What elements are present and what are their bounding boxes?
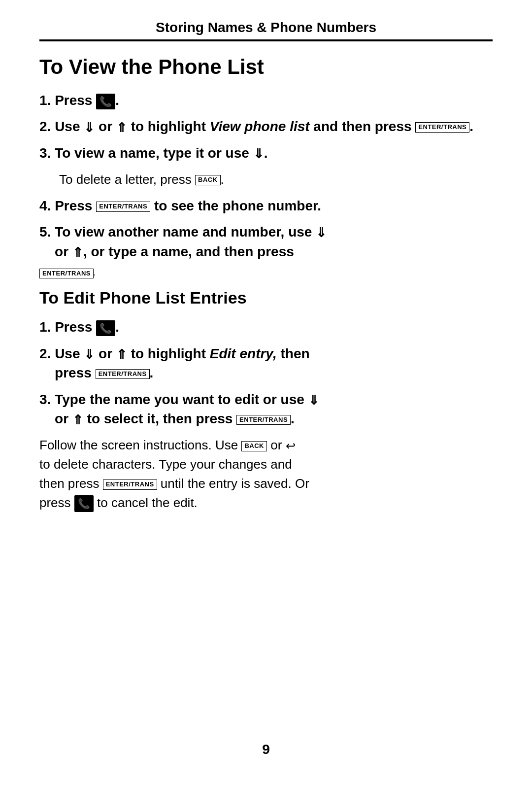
highlight-text-2: View phone list — [210, 119, 310, 134]
step-5-text: To view another name and number, use ⇓ o… — [39, 224, 327, 259]
arrow-down-e3: ⇓ — [308, 391, 319, 409]
step-1-text: Press 📞. — [55, 93, 119, 108]
enter-trans-key-note: ENTER/TRANS — [103, 479, 157, 490]
enter-trans-key-e3: ENTER/TRANS — [236, 415, 291, 425]
step-4-text: Press ENTER/TRANS to see the phone numbe… — [55, 198, 321, 213]
step-3-num: 3. — [39, 145, 55, 161]
back-key-3: BACK — [195, 175, 221, 185]
arrow-down-e2: ⇓ — [84, 345, 95, 363]
step-2-num: 2. — [39, 119, 55, 134]
edit-step-1-num: 1. — [39, 319, 55, 335]
step-4: 4. Press ENTER/TRANS to see the phone nu… — [39, 196, 493, 215]
arrow-up-e2: ⇑ — [116, 345, 127, 363]
header-rule — [39, 39, 493, 41]
section1-title: To View the Phone List — [39, 55, 493, 79]
edit-step-1-text: Press 📞. — [55, 319, 119, 335]
back-key-note: BACK — [241, 441, 267, 451]
step-2-text: Use ⇓ or ⇑ to highlight View phone list … — [55, 119, 473, 134]
enter-trans-key-4: ENTER/TRANS — [96, 202, 150, 212]
follow-note: Follow the screen instructions. Use BACK… — [39, 436, 493, 513]
arrow-up-2a: ⇑ — [116, 119, 127, 137]
step-4-num: 4. — [39, 198, 55, 213]
step-2: 2. Use ⇓ or ⇑ to highlight View phone li… — [39, 117, 493, 137]
section2-steps: 1. Press 📞. 2. Use ⇓ or ⇑ to highlight E… — [39, 317, 493, 429]
arrow-down-3: ⇓ — [253, 145, 264, 163]
section1-steps-cont: 4. Press ENTER/TRANS to see the phone nu… — [39, 196, 493, 262]
step-1-num: 1. — [39, 93, 55, 108]
back-arrow-icon: ↩ — [286, 437, 296, 455]
phone-key-icon-note: 📞 — [74, 495, 94, 512]
arrow-up-e3: ⇑ — [72, 411, 83, 429]
edit-step-2-num: 2. — [39, 346, 55, 361]
arrow-up-5: ⇑ — [72, 243, 83, 261]
arrow-down-5: ⇓ — [316, 224, 327, 241]
phone-key-icon-1: 📞 — [96, 94, 115, 109]
step-5-num: 5. — [39, 224, 55, 240]
header-title: Storing Names & Phone Numbers — [156, 20, 376, 35]
highlight-text-e2: Edit entry, — [210, 346, 277, 361]
page-header: Storing Names & Phone Numbers — [39, 20, 493, 35]
edit-step-3-num: 3. — [39, 392, 55, 407]
step-5-key-line: ENTER/TRANS. — [39, 269, 493, 279]
enter-trans-key-2: ENTER/TRANS — [415, 122, 469, 133]
step-5: 5. To view another name and number, use … — [39, 222, 493, 262]
page-number: 9 — [39, 722, 493, 757]
edit-step-1: 1. Press 📞. — [39, 317, 493, 337]
section1-steps: 1. Press 📞. 2. Use ⇓ or ⇑ to highlight V… — [39, 91, 493, 163]
edit-step-3-text: Type the name you want to edit or use ⇓ … — [39, 392, 319, 427]
edit-step-3: 3. Type the name you want to edit or use… — [39, 390, 493, 429]
step-3-text: To view a name, type it or use ⇓. — [55, 145, 267, 161]
main-content: To View the Phone List 1. Press 📞. 2. Us… — [39, 55, 493, 519]
step-3: 3. To view a name, type it or use ⇓. — [39, 143, 493, 163]
phone-key-icon-2: 📞 — [96, 320, 115, 336]
edit-step-2-text: Use ⇓ or ⇑ to highlight Edit entry, then… — [39, 346, 310, 381]
step-3-note: To delete a letter, press BACK. — [59, 170, 493, 189]
arrow-down-2a: ⇓ — [84, 119, 95, 137]
enter-trans-key-5: ENTER/TRANS — [39, 269, 94, 279]
step-1: 1. Press 📞. — [39, 91, 493, 110]
edit-step-2: 2. Use ⇓ or ⇑ to highlight Edit entry, t… — [39, 344, 493, 383]
section2-title: To Edit Phone List Entries — [39, 288, 493, 308]
enter-trans-key-e2: ENTER/TRANS — [96, 369, 150, 379]
